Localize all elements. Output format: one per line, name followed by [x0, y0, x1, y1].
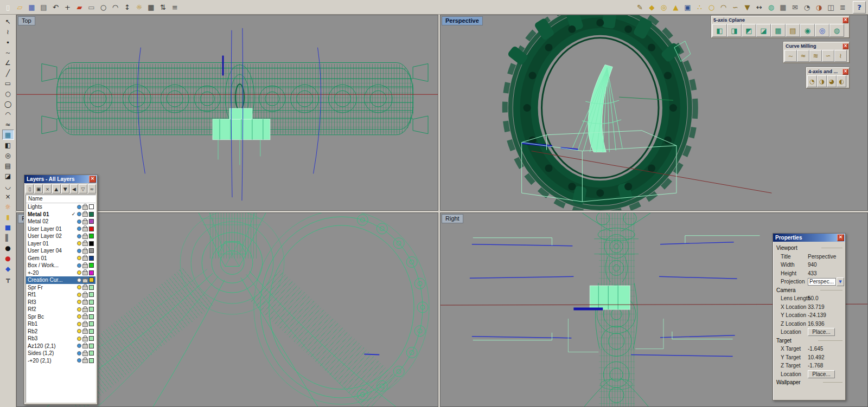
layer-lock-icon[interactable]: [82, 279, 88, 283]
layer-row[interactable]: Rf1: [26, 291, 95, 299]
trim-icon[interactable]: ×: [2, 191, 14, 202]
circle-tool-icon[interactable]: ○: [98, 2, 109, 13]
close-icon[interactable]: ×: [89, 176, 96, 183]
layer-on-bulb-icon[interactable]: [77, 212, 81, 216]
gem-tool-icon[interactable]: ◆: [646, 2, 658, 13]
layer-color-swatch[interactable]: [89, 329, 94, 334]
prong-tool-icon[interactable]: ▲: [670, 2, 681, 13]
lasso-icon[interactable]: ≀: [2, 27, 14, 37]
layer-lock-icon[interactable]: [82, 286, 88, 290]
rail-tool-icon[interactable]: ◠: [718, 2, 729, 13]
hide-icon[interactable]: ▭: [86, 2, 97, 13]
layer-on-bulb-icon[interactable]: [77, 307, 81, 312]
layer-lock-icon[interactable]: [82, 220, 88, 224]
layer-on-bulb-icon[interactable]: [77, 241, 81, 246]
layer-color-swatch[interactable]: [89, 307, 94, 312]
chevron-down-icon[interactable]: ▼: [837, 277, 844, 286]
layer-on-bulb-icon[interactable]: [77, 344, 81, 348]
move-up-icon[interactable]: ▲: [52, 184, 60, 193]
layer-row[interactable]: Rb3: [26, 335, 95, 343]
four-axis-1-icon[interactable]: ◔: [807, 75, 817, 87]
property-value[interactable]: 16.936: [808, 321, 844, 327]
cplane-surface-4-icon[interactable]: ◪: [756, 24, 771, 37]
undo-icon[interactable]: ↶: [50, 2, 61, 13]
layer-on-bulb-icon[interactable]: [77, 300, 81, 304]
boolean-icon[interactable]: ◪: [2, 171, 14, 181]
gold-tool-icon[interactable]: ▮: [2, 212, 14, 222]
layer-lock-icon[interactable]: [82, 300, 88, 305]
arc-tool-icon[interactable]: ◠: [110, 2, 121, 13]
milling-curve-2-icon[interactable]: ≈: [797, 50, 809, 62]
milling-curve-1-icon[interactable]: ～: [784, 50, 797, 62]
open-folder-icon[interactable]: ▱: [14, 2, 25, 13]
sphere-tool-icon[interactable]: ●: [2, 243, 14, 253]
extrude-icon[interactable]: ▤: [2, 160, 14, 171]
move-down-icon[interactable]: ▼: [61, 184, 69, 193]
toolbar-titlebar[interactable]: 5-axis Cplane ×: [712, 16, 849, 23]
cplane-grid-icon[interactable]: ▦: [771, 24, 786, 37]
new-layer-icon[interactable]: ▯: [25, 184, 34, 193]
layer-color-swatch[interactable]: [89, 314, 94, 319]
cube-tool-icon[interactable]: ■: [2, 222, 14, 232]
revolve-icon[interactable]: ◎: [2, 150, 14, 160]
arc-icon[interactable]: ◠: [2, 109, 14, 119]
close-icon[interactable]: ×: [837, 234, 844, 241]
jewelry-sketch-icon[interactable]: ✎: [634, 2, 646, 13]
milling-curve-5-icon[interactable]: ≀: [834, 50, 847, 62]
viewport-label-right[interactable]: Right: [442, 214, 463, 223]
property-value[interactable]: 33.719: [808, 304, 844, 310]
layer-lock-icon[interactable]: [82, 330, 88, 334]
move-icon[interactable]: +: [62, 2, 73, 13]
render-ball-icon[interactable]: ●: [2, 253, 14, 263]
layer-row[interactable]: Az120 (2,1): [26, 343, 95, 350]
layer-lock-icon[interactable]: [82, 205, 88, 210]
ring-wizard-icon[interactable]: ◎: [658, 2, 669, 13]
layer-lock-icon[interactable]: [82, 337, 88, 341]
layer-row[interactable]: Gem 01: [26, 255, 95, 262]
layer-row[interactable]: Creation Cur...: [26, 276, 95, 284]
cplane-surface-3-icon[interactable]: ◩: [742, 24, 756, 37]
dimension-icon[interactable]: ↕: [122, 2, 133, 13]
layer-row[interactable]: Metal 02: [26, 218, 95, 225]
layer-on-bulb-icon[interactable]: [77, 219, 81, 224]
transform-icon[interactable]: ▰: [74, 2, 85, 13]
close-icon[interactable]: ×: [843, 69, 848, 75]
milling-curve-4-icon[interactable]: ∽: [822, 50, 834, 62]
layer-color-swatch[interactable]: [89, 321, 94, 326]
viewport-label-top[interactable]: Top: [18, 16, 35, 25]
pave-tool-icon[interactable]: ∴: [694, 2, 705, 13]
four-axis-4-icon[interactable]: ◐: [837, 75, 846, 87]
property-value[interactable]: Place...: [808, 370, 835, 378]
layer-row[interactable]: Lights: [26, 203, 95, 211]
freeform-icon[interactable]: ≈: [2, 119, 14, 130]
layer-on-bulb-icon[interactable]: [77, 256, 81, 260]
filter-icon[interactable]: ▽: [79, 184, 87, 193]
layer-row[interactable]: Rf2: [26, 306, 95, 313]
layer-lock-icon[interactable]: [82, 352, 88, 356]
layer-lock-icon[interactable]: [82, 212, 88, 217]
property-value[interactable]: 50.0: [808, 295, 844, 301]
layer-lock-icon[interactable]: [82, 271, 88, 275]
layer-lock-icon[interactable]: [82, 315, 88, 319]
layer-on-bulb-icon[interactable]: [77, 351, 81, 356]
toolbar-titlebar[interactable]: Curve Milling ×: [784, 42, 849, 49]
layer-color-swatch[interactable]: [89, 204, 94, 209]
select-arrow-icon[interactable]: ↖: [2, 16, 14, 27]
layer-color-swatch[interactable]: [89, 336, 94, 341]
cplane-flat-icon[interactable]: ▤: [786, 24, 800, 37]
layer-color-swatch[interactable]: [89, 248, 94, 253]
layer-color-swatch[interactable]: [89, 263, 94, 268]
layer-row[interactable]: Rb2: [26, 328, 95, 335]
cplane-surface-1-icon[interactable]: ◧: [712, 24, 727, 37]
cplane-ring-icon[interactable]: ◎: [815, 24, 829, 37]
layer-row[interactable]: User Layer 04: [26, 247, 95, 255]
halo-tool-icon[interactable]: ○: [706, 2, 717, 13]
layer-color-swatch[interactable]: [89, 256, 94, 261]
gear-icon[interactable]: ☼: [2, 202, 14, 212]
surface-icon[interactable]: ▦: [2, 130, 14, 140]
layer-color-swatch[interactable]: [89, 219, 94, 224]
layer-lock-icon[interactable]: [82, 249, 88, 254]
fillet-icon[interactable]: ◡: [2, 181, 14, 191]
layer-on-bulb-icon[interactable]: [77, 314, 81, 319]
layer-tools-icon[interactable]: ≈: [88, 184, 96, 193]
